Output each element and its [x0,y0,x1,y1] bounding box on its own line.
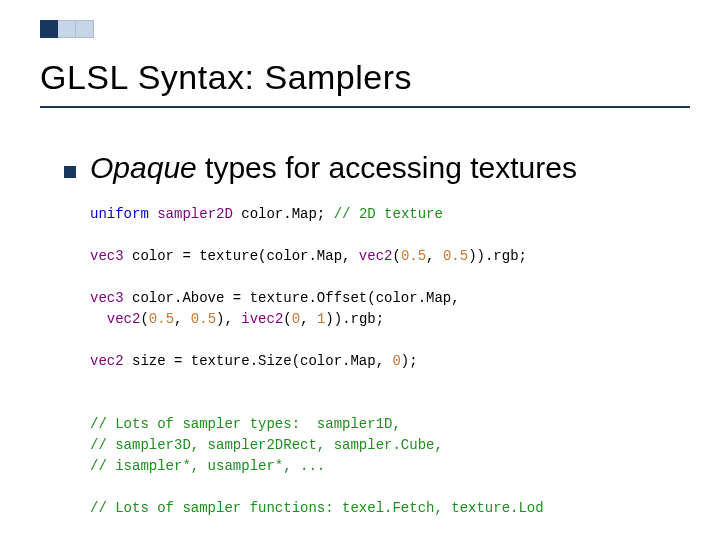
code-token: vec3 [90,290,124,306]
code-block: uniform sampler2D color.Map; // 2D textu… [90,204,660,519]
code-token [149,206,157,222]
slide-title: GLSL Syntax: Samplers [40,58,412,97]
code-token: 0.5 [191,311,216,327]
code-token: vec2 [90,353,124,369]
code-token: )).rgb; [468,248,527,264]
code-token: ); [401,353,418,369]
code-token: , [174,311,191,327]
code-token: // 2D texture [334,206,443,222]
code-token: ( [140,311,148,327]
code-token: size = texture.Size(color.Map, [124,353,393,369]
code-comment: // sampler3D, sampler2DRect, sampler.Cub… [90,437,443,453]
code-token: color.Map; [233,206,334,222]
bullet-rest: types for accessing textures [197,151,577,184]
code-token: )).rgb; [325,311,384,327]
accent-square-dark [40,20,58,38]
code-comment: // Lots of sampler functions: texel.Fetc… [90,500,544,516]
code-comment: // isampler*, usampler*, ... [90,458,325,474]
code-token: , [300,311,317,327]
code-token: 0.5 [443,248,468,264]
title-rule [40,106,690,108]
code-token: vec2 [359,248,393,264]
code-token: vec3 [90,248,124,264]
bullet-text: Opaque types for accessing textures [90,150,577,186]
code-comment: // Lots of sampler types: sampler1D, [90,416,401,432]
code-token: vec2 [107,311,141,327]
code-token: color = texture(color.Map, [124,248,359,264]
code-token: ), [216,311,241,327]
code-token: sampler2D [157,206,233,222]
code-token: ( [392,248,400,264]
accent-square-light-1 [58,20,76,38]
bullet-emphasis: Opaque [90,151,197,184]
code-token: , [426,248,443,264]
code-token: ( [283,311,291,327]
slide: GLSL Syntax: Samplers Opaque types for a… [0,0,720,540]
bullet-item: Opaque types for accessing textures [64,150,660,186]
code-token: 0 [392,353,400,369]
code-token: ivec2 [241,311,283,327]
code-token: 0.5 [401,248,426,264]
accent-square-light-2 [76,20,94,38]
code-token: 0.5 [149,311,174,327]
code-token [90,311,107,327]
code-token: uniform [90,206,149,222]
accent-decoration [40,20,94,38]
bullet-icon [64,166,76,178]
code-token: color.Above = texture.Offset(color.Map, [124,290,460,306]
slide-body: Opaque types for accessing textures unif… [64,150,660,519]
code-token: 0 [292,311,300,327]
